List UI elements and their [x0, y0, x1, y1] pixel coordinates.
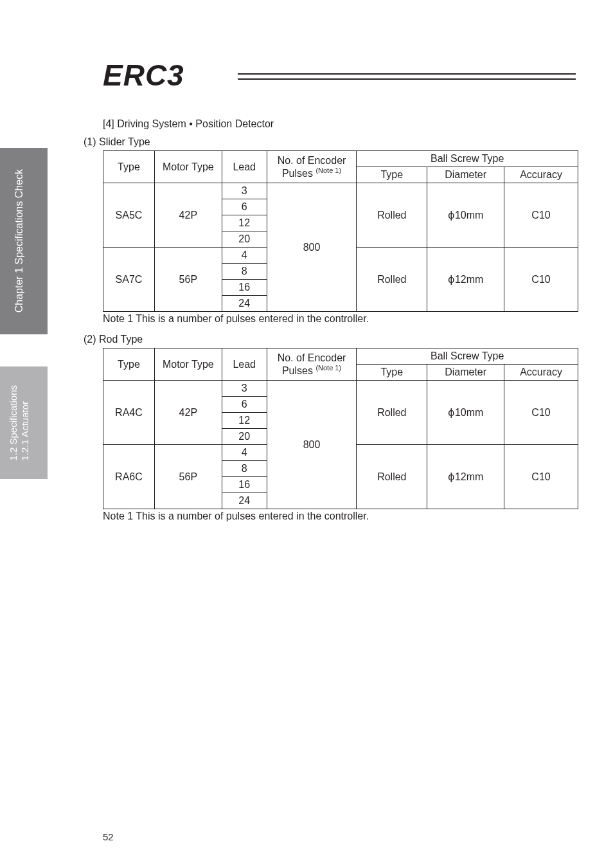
th-encoder-l2b: (Note 1) — [315, 364, 341, 372]
side-tab-chapter-stripe — [39, 148, 48, 334]
cell-bs-dia: ϕ10mm — [427, 183, 504, 248]
th-lead: Lead — [222, 348, 267, 381]
cell-motor: 42P — [154, 381, 222, 445]
cell-motor: 56P — [154, 445, 222, 509]
side-tab-section: 1.2 Specifications 1.2.1 Actuator — [0, 366, 39, 479]
header-rule — [238, 73, 576, 80]
cell-lead: 16 — [222, 477, 267, 493]
cell-lead: 24 — [222, 296, 267, 312]
table-row: RA4C 42P 3 800 Rolled ϕ10mm C10 — [103, 381, 578, 397]
cell-type: RA4C — [103, 381, 155, 445]
cell-bs-type: Rolled — [357, 248, 427, 312]
cell-bs-dia: ϕ10mm — [427, 381, 504, 445]
th-encoder: No. of Encoder Pulses (Note 1) — [267, 348, 357, 381]
th-ballscrew: Ball Screw Type — [357, 151, 578, 167]
cell-lead: 8 — [222, 264, 267, 280]
cell-bs-type: Rolled — [357, 445, 427, 509]
th-bs-acc: Accuracy — [504, 167, 578, 183]
cell-bs-acc: C10 — [504, 381, 578, 445]
cell-lead: 4 — [222, 248, 267, 264]
th-motor: Motor Type — [154, 151, 222, 183]
cell-lead: 12 — [222, 215, 267, 231]
th-encoder-l2a: Pulses — [282, 365, 315, 376]
cell-bs-acc: C10 — [504, 248, 578, 312]
th-lead: Lead — [222, 151, 267, 183]
side-tab-section-stripe — [39, 366, 48, 479]
cell-lead: 6 — [222, 397, 267, 413]
th-type: Type — [103, 348, 155, 381]
table-row: Type Motor Type Lead No. of Encoder Puls… — [103, 348, 578, 365]
note-2: Note 1 This is a number of pulses entere… — [103, 511, 578, 522]
cell-lead: 24 — [222, 493, 267, 509]
note-1: Note 1 This is a number of pulses entere… — [103, 313, 578, 325]
cell-bs-type: Rolled — [357, 183, 427, 248]
th-bs-type: Type — [357, 365, 427, 381]
cell-lead: 16 — [222, 280, 267, 296]
content: [4] Driving System • Position Detector (… — [103, 109, 578, 531]
cell-bs-dia: ϕ12mm — [427, 445, 504, 509]
th-encoder: No. of Encoder Pulses (Note 1) — [267, 151, 357, 183]
cell-type: SA5C — [103, 183, 155, 248]
table-row: SA5C 42P 3 800 Rolled ϕ10mm C10 — [103, 183, 578, 199]
cell-lead: 3 — [222, 183, 267, 199]
th-bs-acc: Accuracy — [504, 365, 578, 381]
cell-type: SA7C — [103, 248, 155, 312]
cell-motor: 42P — [154, 183, 222, 248]
th-bs-type: Type — [357, 167, 427, 183]
th-type: Type — [103, 151, 155, 183]
side-tab-chapter-label: Chapter 1 Specifications Check — [13, 169, 25, 312]
table-slider: Type Motor Type Lead No. of Encoder Puls… — [103, 150, 578, 312]
cell-lead: 4 — [222, 445, 267, 461]
th-bs-dia: Diameter — [427, 167, 504, 183]
cell-lead: 8 — [222, 461, 267, 477]
th-ballscrew: Ball Screw Type — [357, 348, 578, 365]
subheading-2: (2) Rod Type — [84, 334, 578, 345]
cell-bs-type: Rolled — [357, 381, 427, 445]
cell-bs-acc: C10 — [504, 183, 578, 248]
side-tab-section-line2: 1.2.1 Actuator — [19, 401, 30, 461]
cell-lead: 3 — [222, 381, 267, 397]
cell-lead: 20 — [222, 231, 267, 248]
th-encoder-l1: No. of Encoder — [278, 352, 346, 363]
subheading-1: (1) Slider Type — [84, 136, 578, 148]
cell-lead: 12 — [222, 413, 267, 429]
side-tab-section-label: 1.2 Specifications 1.2.1 Actuator — [8, 385, 31, 461]
table-rod: Type Motor Type Lead No. of Encoder Puls… — [103, 348, 578, 509]
th-encoder-l2a: Pulses — [282, 168, 315, 179]
th-encoder-l2b: (Note 1) — [315, 167, 341, 174]
cell-pulses: 800 — [267, 183, 357, 312]
side-tab-chapter: Chapter 1 Specifications Check — [0, 148, 39, 334]
cell-lead: 6 — [222, 199, 267, 215]
cell-bs-acc: C10 — [504, 445, 578, 509]
cell-lead: 20 — [222, 429, 267, 445]
th-motor: Motor Type — [154, 348, 222, 381]
page-number: 52 — [103, 831, 114, 842]
cell-pulses: 800 — [267, 381, 357, 509]
table-row: Type Motor Type Lead No. of Encoder Puls… — [103, 151, 578, 167]
th-bs-dia: Diameter — [427, 365, 504, 381]
side-tab-section-line1: 1.2 Specifications — [8, 385, 19, 461]
cell-bs-dia: ϕ12mm — [427, 248, 504, 312]
logo-text: ERC3 — [103, 58, 184, 93]
cell-motor: 56P — [154, 248, 222, 312]
th-encoder-l1: No. of Encoder — [278, 155, 346, 166]
cell-type: RA6C — [103, 445, 155, 509]
page: Chapter 1 Specifications Check 1.2 Speci… — [0, 0, 613, 868]
heading-4: [4] Driving System • Position Detector — [103, 118, 578, 130]
